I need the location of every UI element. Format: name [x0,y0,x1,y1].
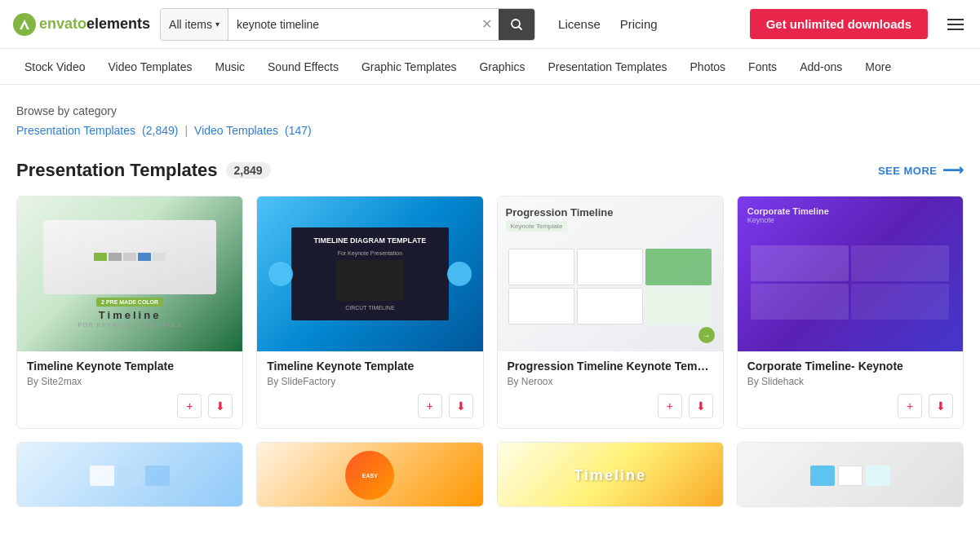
nav-pricing[interactable]: Pricing [620,17,658,31]
search-bar: All items ▾ ✕ [160,8,535,41]
cards-grid-row1: 2 PRE MADE COLOR Timeline FOR KEYNOTE TE… [16,196,964,429]
header-nav: License Pricing [558,17,658,31]
svg-point-0 [13,13,36,36]
cat-nav-more[interactable]: More [854,49,902,85]
hamburger-line-1 [947,19,964,20]
search-icon [510,18,523,31]
svg-line-2 [519,26,522,29]
header: envatoelements All items ▾ ✕ License Pri… [0,0,980,49]
card-4-download-button[interactable]: ⬇ [929,394,953,418]
browse-by-category-label: Browse by category [16,104,964,117]
search-category-label: All items [169,18,212,31]
see-more-arrow-icon: ⟶ [942,161,964,179]
filter-video-templates[interactable]: Video Templates [194,124,278,137]
card-3-title: Progression Timeline Keynote Templ... [508,360,713,373]
cat-nav-fonts[interactable]: Fonts [737,49,788,85]
section-title-text: Presentation Templates [16,160,218,181]
see-more-label: SEE MORE [878,165,938,177]
card-1[interactable]: 2 PRE MADE COLOR Timeline FOR KEYNOTE TE… [16,196,243,429]
card-2-download-button[interactable]: ⬇ [449,394,473,418]
card-2-thumbnail: TIMELINE DIAGRAM TEMPLATE For Keynote Pr… [257,196,482,351]
main-content: Browse by category Presentation Template… [0,85,980,534]
cta-button[interactable]: Get unlimited downloads [750,9,928,39]
card-4-title: Corporate Timeline- Keynote [747,360,953,373]
cat-nav-graphics[interactable]: Graphics [468,49,536,85]
card-3-actions: + ⬇ [508,394,713,418]
card-4-info: Corporate Timeline- Keynote By Slidehack… [738,351,963,428]
card-1-author: By Site2max [27,376,233,387]
cat-nav-sound-effects[interactable]: Sound Effects [256,49,350,85]
filter-pres-count: (2,849) [142,124,178,137]
card-5[interactable] [16,442,243,507]
card-3-add-button[interactable]: + [658,394,682,418]
category-filters: Presentation Templates (2,849) | Video T… [16,124,964,137]
card-1-info: Timeline Keynote Template By Site2max + … [17,351,242,428]
card-3-info: Progression Timeline Keynote Templ... By… [498,351,723,428]
card-3-author: By Neroox [508,376,713,387]
cat-nav-graphic-templates[interactable]: Graphic Templates [350,49,468,85]
cat-nav-video-templates[interactable]: Video Templates [96,49,203,85]
search-category-dropdown[interactable]: All items ▾ [161,9,228,40]
section-count-badge: 2,849 [226,162,271,179]
cards-grid-row2: EASY Timeline [16,442,964,507]
search-button[interactable] [499,8,534,41]
cat-nav-presentation-templates[interactable]: Presentation Templates [536,49,678,85]
search-input[interactable] [228,18,475,31]
card-2[interactable]: TIMELINE DIAGRAM TEMPLATE For Keynote Pr… [256,196,483,429]
card-6-circle: EASY [345,451,394,500]
card-7-title-text: Timeline [574,467,646,484]
card-7[interactable]: Timeline [497,442,724,507]
card-1-subtitle: Timeline [99,309,162,321]
card-4-add-button[interactable]: + [898,394,922,418]
card-1-badge: 2 PRE MADE COLOR [96,298,163,307]
card-2-author: By SlideFactory [267,376,472,387]
card-4-thumbnail: Corporate Timeline Keynote [738,196,963,351]
card-2-add-button[interactable]: + [418,394,442,418]
logo[interactable]: envatoelements [13,13,150,36]
card-3[interactable]: Progression Timeline Keynote Template → … [497,196,724,429]
envato-logo-icon [13,13,36,36]
chevron-down-icon: ▾ [215,20,220,29]
cat-nav-photos[interactable]: Photos [679,49,738,85]
card-2-info: Timeline Keynote Template By SlideFactor… [257,351,482,428]
logo-text: envatoelements [39,15,150,33]
cat-nav-add-ons[interactable]: Add-ons [788,49,854,85]
filter-separator: | [184,124,188,137]
card-1-actions: + ⬇ [27,394,233,418]
filter-presentation-templates[interactable]: Presentation Templates [16,124,135,137]
card-1-title: Timeline Keynote Template [27,360,233,373]
card-2-actions: + ⬇ [267,394,472,418]
card-1-add-button[interactable]: + [177,394,202,418]
card-4-author: By Slidehack [747,376,953,387]
card-4[interactable]: Corporate Timeline Keynote Corporate Tim… [737,196,964,429]
hamburger-menu[interactable] [944,15,967,33]
clear-icon[interactable]: ✕ [475,16,499,32]
card-1-thumbnail: 2 PRE MADE COLOR Timeline FOR KEYNOTE TE… [17,196,242,351]
card-3-download-button[interactable]: ⬇ [689,394,713,418]
card-6[interactable]: EASY [256,442,483,507]
section-header: Presentation Templates 2,849 SEE MORE ⟶ [16,160,964,181]
hamburger-line-3 [947,29,964,30]
card-8[interactable] [737,442,964,507]
card-1-download-button[interactable]: ⬇ [208,394,233,418]
section-title: Presentation Templates 2,849 [16,160,271,181]
hamburger-line-2 [947,24,964,25]
card-2-thumb-inner: TIMELINE DIAGRAM TEMPLATE For Keynote Pr… [291,227,449,320]
filter-vid-count: (147) [285,124,312,137]
card-2-title: Timeline Keynote Template [267,360,472,373]
cat-nav-music[interactable]: Music [203,49,256,85]
nav-license[interactable]: License [558,17,601,31]
cat-nav-stock-video[interactable]: Stock Video [13,49,96,85]
card-3-thumbnail: Progression Timeline Keynote Template → [498,196,723,351]
see-more-link[interactable]: SEE MORE ⟶ [878,161,964,179]
category-nav: Stock Video Video Templates Music Sound … [0,49,980,85]
card-4-actions: + ⬇ [747,394,953,418]
